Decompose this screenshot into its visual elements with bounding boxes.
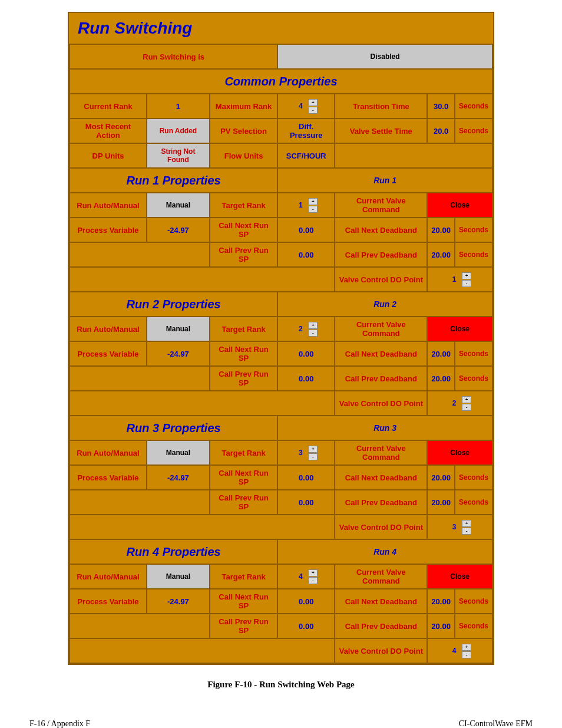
vcdo-spinner[interactable]: 1+- [427, 267, 492, 292]
cpsp-label: Call Prev Run SP [210, 490, 277, 515]
cnd-value[interactable]: 20.00 [427, 341, 455, 366]
run-switching-panel: Run Switching Run Switching is Disabled … [68, 12, 494, 665]
cnd-value[interactable]: 20.00 [427, 465, 455, 490]
vcdo-label: Valve Control DO Point [335, 638, 427, 663]
cvc-value[interactable]: Close [427, 193, 492, 218]
ram-value[interactable]: Manual [147, 564, 210, 589]
valve-settle-value[interactable]: 20.0 [427, 118, 455, 143]
cnsp-value[interactable]: 0.00 [277, 465, 335, 490]
cpsp-value[interactable]: 0.00 [277, 366, 335, 391]
cnsp-value[interactable]: 0.00 [277, 218, 335, 242]
plus-icon[interactable]: + [308, 322, 318, 329]
cnsp-value[interactable]: 0.00 [277, 341, 335, 366]
minus-icon[interactable]: - [308, 107, 318, 114]
minus-icon[interactable]: - [308, 330, 318, 337]
minus-icon[interactable]: - [462, 528, 471, 535]
cpd-value[interactable]: 20.00 [427, 366, 455, 391]
page-title: Run Switching [69, 13, 493, 44]
cnd-unit: Seconds [455, 589, 492, 614]
cnsp-label: Call Next Run SP [210, 341, 277, 366]
cpd-value[interactable]: 20.00 [427, 490, 455, 515]
current-rank-label: Current Rank [70, 94, 147, 118]
cpsp-value[interactable]: 0.00 [277, 614, 335, 638]
cpd-value[interactable]: 20.00 [427, 614, 455, 638]
target-rank-label: Target Rank [210, 317, 277, 341]
ram-value[interactable]: Manual [147, 317, 210, 341]
plus-icon[interactable]: + [308, 99, 318, 106]
cvc-value[interactable]: Close [427, 317, 492, 341]
cnd-label: Call Next Deadband [335, 589, 427, 614]
vcdo-spinner[interactable]: 3+- [427, 515, 492, 539]
vcdo-spinner[interactable]: 2+- [427, 391, 492, 416]
plus-icon[interactable]: + [308, 569, 318, 577]
ram-value[interactable]: Manual [147, 440, 210, 465]
max-rank-label: Maximum Rank [210, 94, 277, 118]
cvc-label: Current Valve Command [335, 564, 427, 589]
mra-value: Run Added [147, 118, 210, 143]
run-header: Run 4 Properties [70, 539, 277, 564]
plus-icon[interactable]: + [308, 198, 318, 205]
run-header: Run 3 Properties [70, 416, 277, 440]
minus-icon[interactable]: - [308, 453, 318, 460]
target-rank-spinner[interactable]: 2+- [277, 317, 335, 341]
plus-icon[interactable]: + [308, 446, 318, 453]
cvc-label: Current Valve Command [335, 193, 427, 218]
cpd-unit: Seconds [455, 490, 492, 515]
target-rank-label: Target Rank [210, 564, 277, 589]
target-rank-label: Target Rank [210, 193, 277, 218]
target-rank-spinner[interactable]: 1+- [277, 193, 335, 218]
trans-time-unit: Seconds [455, 94, 492, 118]
minus-icon[interactable]: - [308, 577, 318, 584]
plus-icon[interactable]: + [462, 520, 471, 527]
minus-icon[interactable]: - [462, 280, 471, 287]
cvc-value[interactable]: Close [427, 564, 492, 589]
run-header: Run 2 Properties [70, 292, 277, 317]
cpd-label: Call Prev Deadband [335, 366, 427, 391]
cpsp-value[interactable]: 0.00 [277, 242, 335, 267]
plus-icon[interactable]: + [462, 644, 471, 651]
cnsp-value[interactable]: 0.00 [277, 589, 335, 614]
vcdo-spinner[interactable]: 4+- [427, 638, 492, 663]
run-name: Run 4 [277, 539, 492, 564]
plus-icon[interactable]: + [462, 272, 471, 279]
target-rank-spinner[interactable]: 4+- [277, 564, 335, 589]
pvsel-value[interactable]: Diff. Pressure [277, 118, 335, 143]
cpd-value[interactable]: 20.00 [427, 242, 455, 267]
status-value[interactable]: Disabled [277, 44, 492, 69]
page-footer: F-16 / Appendix F CI-ControlWave EFM [12, 719, 550, 728]
plus-icon[interactable]: + [462, 396, 471, 403]
run-name: Run 1 [277, 168, 492, 193]
cpd-unit: Seconds [455, 614, 492, 638]
footer-left: F-16 / Appendix F [29, 719, 90, 728]
run-header: Run 1 Properties [70, 168, 277, 193]
minus-icon[interactable]: - [308, 206, 318, 213]
empty-cell [335, 143, 492, 168]
cnsp-label: Call Next Run SP [210, 589, 277, 614]
minus-icon[interactable]: - [462, 651, 471, 658]
cnd-value[interactable]: 20.00 [427, 218, 455, 242]
dp-units-label: DP Units [70, 143, 147, 168]
empty-cell [70, 267, 335, 292]
pv-value: -24.97 [147, 589, 210, 614]
target-rank-spinner[interactable]: 3+- [277, 440, 335, 465]
trans-time-value[interactable]: 30.0 [427, 94, 455, 118]
flow-units-value[interactable]: SCF/HOUR [277, 143, 335, 168]
cnd-unit: Seconds [455, 465, 492, 490]
minus-icon[interactable]: - [462, 404, 471, 411]
cpd-unit: Seconds [455, 242, 492, 267]
empty-cell [70, 638, 335, 663]
cpsp-value[interactable]: 0.00 [277, 490, 335, 515]
figure-caption: Figure F-10 - Run Switching Web Page [12, 680, 550, 690]
empty-cell [70, 515, 335, 539]
empty-cell [70, 614, 210, 638]
vcdo-label: Valve Control DO Point [335, 391, 427, 416]
cnd-label: Call Next Deadband [335, 465, 427, 490]
max-rank-spinner[interactable]: 4+- [277, 94, 335, 118]
cnd-label: Call Next Deadband [335, 341, 427, 366]
cnd-value[interactable]: 20.00 [427, 589, 455, 614]
cnd-label: Call Next Deadband [335, 218, 427, 242]
cvc-value[interactable]: Close [427, 440, 492, 465]
pv-label: Process Variable [70, 218, 147, 242]
pvsel-label: PV Selection [210, 118, 277, 143]
ram-value[interactable]: Manual [147, 193, 210, 218]
